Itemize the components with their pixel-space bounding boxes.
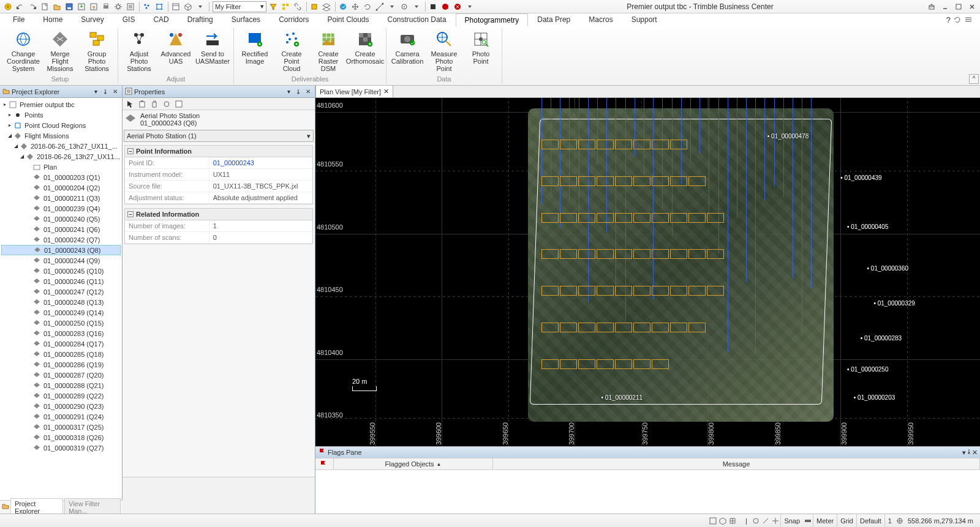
menu-icon[interactable] — [964, 15, 973, 26]
snap-icon[interactable] — [399, 1, 410, 12]
collapse-icon[interactable]: – — [127, 211, 134, 217]
maximize-icon[interactable] — [953, 1, 964, 12]
redo-icon[interactable] — [27, 1, 38, 12]
properties-icon[interactable] — [125, 1, 136, 12]
sb-snap2-icon[interactable] — [761, 516, 771, 526]
station-item[interactable]: 01_00000289 (Q22) — [1, 391, 121, 401]
station-item[interactable]: 01_00000284 (Q17) — [1, 338, 121, 349]
panel-pin-icon[interactable] — [966, 449, 972, 456]
station-item[interactable]: 01_00000247 (Q12) — [1, 286, 121, 297]
station-item[interactable]: 01_00000317 (Q25) — [1, 422, 121, 432]
tab-macros[interactable]: Macros — [579, 13, 622, 26]
rotate-icon[interactable] — [362, 1, 373, 12]
plan-view-tab[interactable]: Plan View [My Filter] ✕ — [315, 85, 393, 97]
station-item[interactable]: 01_00000290 (Q23) — [1, 401, 121, 411]
sb-snap3-icon[interactable] — [771, 516, 780, 526]
plan-view-canvas[interactable]: 4810600 4810550 4810500 4810450 4810400 … — [315, 98, 980, 446]
panel-dropdown-icon[interactable]: ▾ — [284, 88, 293, 96]
tab-gis[interactable]: GIS — [113, 13, 145, 26]
new-icon[interactable] — [39, 1, 50, 12]
pointcloud-icon[interactable] — [141, 1, 153, 12]
layers-icon[interactable] — [321, 1, 332, 12]
box-icon[interactable] — [309, 1, 320, 12]
tab-close-icon[interactable]: ✕ — [383, 88, 389, 95]
rectified-image-button[interactable]: Rectified Image — [238, 28, 272, 66]
tab-surfaces[interactable]: Surfaces — [222, 13, 270, 26]
settings-icon[interactable] — [113, 1, 124, 12]
panel-close-icon[interactable]: ✕ — [111, 88, 119, 96]
photo-point-button[interactable]: Photo Point — [464, 28, 498, 66]
help-icon[interactable]: ? — [946, 15, 951, 26]
property-selector[interactable]: Aerial Photo Station (1)▾ — [124, 130, 314, 142]
tab-file[interactable]: File — [4, 13, 34, 26]
create-point-cloud-button[interactable]: Create Point Cloud — [274, 28, 309, 73]
measure-icon[interactable] — [374, 1, 385, 12]
station-item[interactable]: 01_00000244 (Q9) — [1, 255, 121, 266]
tab-drafting[interactable]: Drafting — [178, 13, 222, 26]
toggle-icon[interactable] — [337, 1, 349, 12]
explorer-tree[interactable]: ▸Premier output tbc ▸Points ▸Point Cloud… — [0, 98, 122, 514]
station-item[interactable]: 01_00000246 (Q11) — [1, 276, 121, 286]
import-icon[interactable] — [76, 1, 87, 12]
panel-close-icon[interactable]: ✕ — [304, 88, 312, 96]
export-icon[interactable] — [88, 1, 99, 12]
collapse-icon[interactable]: – — [127, 148, 134, 154]
dropdown4-icon[interactable] — [464, 1, 475, 12]
tab-support[interactable]: Support — [622, 13, 666, 26]
dropdown3-icon[interactable] — [411, 1, 422, 12]
station-item[interactable]: 01_00000285 (Q18) — [1, 349, 121, 359]
camera-calibration-button[interactable]: Camera Calibration — [390, 28, 424, 66]
print-icon[interactable] — [100, 1, 111, 12]
prop-list-icon[interactable] — [173, 99, 184, 110]
station-item[interactable]: 01_00000248 (Q13) — [1, 297, 121, 307]
app-menu-icon[interactable] — [2, 1, 13, 12]
open-icon[interactable] — [51, 1, 62, 12]
record2-icon[interactable] — [440, 1, 451, 12]
advanced-uas-button[interactable]: Advanced UAS — [159, 28, 193, 66]
station-item[interactable]: 01_00000240 (Q5) — [1, 214, 121, 224]
adjust-photo-stations-button[interactable]: Adjust Photo Stations — [122, 28, 156, 73]
tab-dataprep[interactable]: Data Prep — [528, 13, 579, 26]
sb-toggle2-icon[interactable] — [718, 516, 728, 526]
panel-pin-icon[interactable] — [294, 88, 303, 96]
prop-select-icon[interactable] — [124, 99, 135, 110]
cube-icon[interactable] — [183, 1, 194, 12]
station-item[interactable]: 01_00000239 (Q4) — [1, 203, 121, 214]
ribbon-collapse-button[interactable]: ^ — [969, 74, 979, 84]
refresh-icon[interactable] — [953, 15, 962, 26]
undo-icon[interactable] — [15, 1, 26, 12]
filter-icon[interactable] — [268, 1, 279, 12]
prop-pick-icon[interactable] — [161, 99, 172, 110]
station-item[interactable]: 01_00000211 (Q3) — [1, 193, 121, 203]
station-item[interactable]: 01_00000283 (Q16) — [1, 328, 121, 338]
tab-corridors[interactable]: Corridors — [270, 13, 318, 26]
station-item[interactable]: 01_00000243 (Q8) — [1, 245, 121, 255]
station-item[interactable]: 01_00000241 (Q6) — [1, 224, 121, 234]
change-coord-system-button[interactable]: Change Coordinate System — [6, 28, 40, 73]
sb-toggle1-icon[interactable] — [708, 516, 718, 526]
prop-clipboard-icon[interactable] — [137, 99, 148, 110]
tab-constructiondata[interactable]: Construction Data — [379, 13, 456, 26]
minimize-icon[interactable] — [940, 1, 951, 12]
group-photo-stations-button[interactable]: Group Photo Stations — [80, 28, 114, 73]
measure-photo-point-button[interactable]: Measure Photo Point — [427, 28, 461, 73]
flag-col-icon[interactable] — [315, 458, 334, 469]
dropdown2-icon[interactable] — [386, 1, 398, 12]
tab-home[interactable]: Home — [34, 13, 72, 26]
flagged-objects-column[interactable]: Flagged Objects▲ — [334, 458, 493, 469]
station-item[interactable]: 01_00000203 (Q1) — [1, 172, 121, 182]
window-icon[interactable] — [170, 1, 181, 12]
save-icon[interactable] — [64, 1, 75, 12]
message-column[interactable]: Message — [493, 458, 980, 469]
sb-unit-icon[interactable] — [803, 516, 813, 526]
send-to-uasmaster-button[interactable]: Send to UASMaster — [195, 28, 230, 66]
tab-photogrammetry[interactable]: Photogrammetry — [456, 13, 529, 26]
station-item[interactable]: 01_00000291 (Q24) — [1, 411, 121, 422]
station-item[interactable]: 01_00000319 (Q27) — [1, 443, 121, 453]
station-item[interactable]: 01_00000242 (Q7) — [1, 234, 121, 245]
ribbon-minimize-icon[interactable] — [926, 1, 937, 12]
station-item[interactable]: 01_00000204 (Q2) — [1, 182, 121, 193]
panel-pin-icon[interactable] — [101, 88, 110, 96]
sb-grid-icon[interactable] — [728, 516, 737, 526]
station-item[interactable]: 01_00000286 (Q19) — [1, 359, 121, 370]
